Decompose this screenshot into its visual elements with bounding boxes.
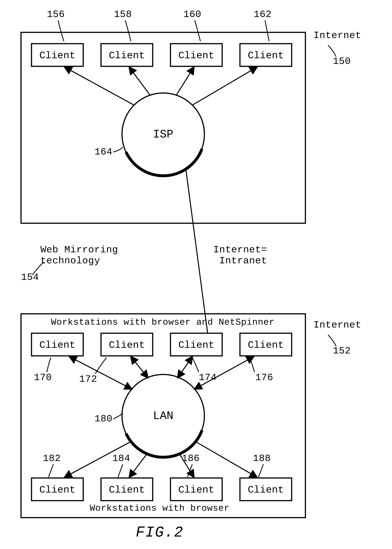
ref-180: 180 [95, 413, 112, 424]
upper-client-2: Client [170, 44, 222, 66]
ref-174: 174 [199, 372, 217, 383]
upper-client-3-label: Client [248, 50, 284, 61]
web-mirroring-label: Web Mirroring technology [40, 244, 118, 266]
lower-bottom-client-0-label: Client [39, 484, 75, 496]
leader-170 [47, 357, 51, 372]
upper-frame-label: Internet [314, 30, 361, 41]
upper-client-3: Client [240, 44, 292, 66]
leader-172 [95, 357, 107, 374]
lower-top-client-1: Client [101, 333, 153, 356]
arrow-isp-c3 [192, 67, 257, 105]
leader-150 [328, 45, 336, 57]
lower-bottom-client-3-label: Client [248, 484, 284, 496]
leader-176 [250, 357, 254, 372]
ref-162: 162 [254, 9, 272, 20]
leader-156 [58, 20, 64, 41]
arrow-isp-c2 [176, 67, 194, 95]
lower-frame-label: Internet [314, 319, 361, 331]
internet-intranet-label: Internet= Intranet [213, 244, 267, 266]
ref-158: 158 [114, 9, 132, 20]
diagram-svg: Client Client Client Client ISP Client [0, 0, 392, 549]
upper-client-2-label: Client [178, 50, 214, 61]
leader-160 [195, 20, 200, 41]
ref-160: 160 [183, 9, 201, 20]
isp-hub: ISP [122, 93, 204, 176]
leader-184 [118, 464, 123, 477]
figure-caption: FIG.2 [136, 524, 183, 541]
arrow-lan-t1 [131, 357, 148, 378]
lower-top-client-3: Client [240, 333, 292, 356]
leader-162 [265, 20, 269, 41]
ref-156: 156 [47, 9, 65, 20]
lower-bottom-client-2-label: Client [178, 484, 214, 496]
upper-client-1: Client [101, 44, 153, 66]
lower-top-client-2: Client [170, 333, 222, 356]
lower-bottom-client-2: Client [170, 478, 222, 501]
ref-152: 152 [333, 345, 351, 356]
arrow-lan-t0 [70, 357, 132, 389]
link-isp-lan [186, 169, 208, 333]
ref-164: 164 [95, 146, 112, 157]
ref-184: 184 [112, 453, 130, 464]
lower-bottom-client-3: Client [240, 478, 292, 501]
arrow-lan-b1 [129, 454, 147, 477]
arrow-lan-b3 [196, 442, 257, 477]
ref-188: 188 [253, 453, 271, 464]
arrow-lan-t2 [178, 357, 192, 378]
ref-182: 182 [43, 453, 61, 464]
ref-172: 172 [79, 374, 97, 385]
leader-186 [188, 464, 192, 477]
ref-154: 154 [21, 272, 39, 283]
lower-top-client-2-label: Client [178, 339, 214, 351]
lan-hub: LAN [122, 375, 204, 457]
arrow-isp-c0 [65, 67, 134, 105]
diagram-page: Client Client Client Client ISP Client [0, 0, 392, 549]
upper-client-1-label: Client [109, 50, 145, 61]
ref-170: 170 [34, 372, 52, 383]
isp-hub-label: ISP [153, 128, 173, 141]
lower-title-bottom: Workstations with browser [90, 503, 230, 513]
leader-152 [328, 335, 336, 346]
ref-186: 186 [182, 453, 200, 464]
lower-bottom-client-1: Client [101, 478, 153, 501]
lower-top-client-0: Client [32, 333, 83, 356]
lower-bottom-client-1-label: Client [109, 484, 145, 496]
ref-176: 176 [255, 372, 273, 383]
leader-164 [113, 147, 123, 152]
upper-client-0: Client [32, 44, 83, 66]
leader-158 [125, 20, 131, 41]
ref-150: 150 [333, 56, 351, 67]
lower-top-client-3-label: Client [248, 339, 284, 351]
lower-title-top: Workstations with browser and NetSpinner [51, 317, 274, 327]
leader-180 [113, 413, 123, 419]
arrow-isp-c1 [129, 67, 150, 95]
lower-top-client-0-label: Client [39, 339, 75, 351]
lower-bottom-client-0: Client [32, 478, 83, 501]
leader-182 [49, 464, 53, 477]
upper-client-0-label: Client [39, 50, 75, 61]
lan-hub-label: LAN [153, 410, 173, 422]
leader-188 [259, 464, 263, 477]
leader-174 [192, 357, 199, 372]
lower-top-client-1-label: Client [109, 339, 145, 351]
